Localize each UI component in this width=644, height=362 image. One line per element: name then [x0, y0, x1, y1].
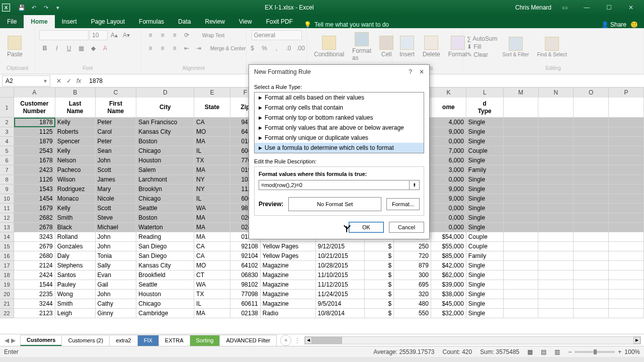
- scroll-thumb[interactable]: [312, 337, 342, 344]
- font-color-icon[interactable]: A: [100, 43, 111, 53]
- data-cell[interactable]: Evan: [96, 270, 137, 280]
- data-cell[interactable]: John: [96, 156, 137, 165]
- sheet-tab-customers[interactable]: Customers: [20, 335, 62, 346]
- data-cell[interactable]: 10/28/2015: [316, 261, 365, 270]
- data-cell[interactable]: Peter: [96, 118, 137, 127]
- data-cell[interactable]: Nicole: [96, 194, 137, 204]
- data-cell[interactable]: 06830: [230, 270, 261, 280]
- row-header[interactable]: 14: [0, 232, 14, 242]
- data-cell[interactable]: Smith: [55, 213, 96, 223]
- data-cell[interactable]: Mary: [96, 185, 137, 194]
- data-cell[interactable]: Santos: [55, 270, 96, 280]
- data-cell[interactable]: [574, 137, 609, 146]
- row-header[interactable]: 16: [0, 251, 14, 261]
- data-cell[interactable]: Wong: [55, 290, 96, 299]
- data-cell[interactable]: Chicago: [136, 146, 194, 156]
- data-cell[interactable]: Yellow Pages: [261, 242, 316, 251]
- data-cell[interactable]: 9,000: [431, 194, 466, 204]
- header-cell[interactable]: [504, 98, 539, 118]
- data-cell[interactable]: Houston: [136, 156, 194, 165]
- data-cell[interactable]: Couple: [466, 232, 504, 242]
- data-cell[interactable]: Seattle: [136, 280, 194, 290]
- data-cell[interactable]: MA: [194, 223, 230, 232]
- data-cell[interactable]: $: [365, 261, 394, 270]
- data-cell[interactable]: Cathy: [96, 299, 137, 309]
- data-cell[interactable]: CA: [194, 251, 230, 261]
- data-cell[interactable]: [609, 280, 644, 290]
- dialog-help-button[interactable]: ?: [409, 68, 412, 75]
- indent-dec-icon[interactable]: ⇤: [181, 43, 192, 53]
- close-button[interactable]: ✕: [622, 2, 640, 13]
- data-cell[interactable]: 11/12/2015: [316, 280, 365, 290]
- data-cell[interactable]: [504, 299, 539, 309]
- data-cell[interactable]: 9/5/2014: [316, 299, 365, 309]
- col-header-m[interactable]: M: [504, 87, 539, 98]
- data-cell[interactable]: Steve: [96, 213, 137, 223]
- number-format-input[interactable]: [252, 30, 302, 40]
- data-cell[interactable]: [504, 232, 539, 242]
- data-cell[interactable]: [574, 156, 609, 165]
- data-cell[interactable]: [574, 261, 609, 270]
- data-cell[interactable]: San Diego: [136, 251, 194, 261]
- data-cell[interactable]: [574, 165, 609, 175]
- data-cell[interactable]: Single: [466, 213, 504, 223]
- data-cell[interactable]: 2680: [14, 251, 55, 261]
- data-cell[interactable]: Waterton: [136, 223, 194, 232]
- row-header[interactable]: 7: [0, 165, 14, 175]
- col-header-n[interactable]: N: [539, 87, 574, 98]
- data-cell[interactable]: [504, 290, 539, 299]
- name-box-dropdown-icon[interactable]: ▾: [44, 77, 47, 84]
- header-cell[interactable]: [574, 98, 609, 118]
- data-cell[interactable]: $39,000: [431, 280, 466, 290]
- data-cell[interactable]: Couple: [466, 242, 504, 251]
- data-cell[interactable]: Magazine: [261, 290, 316, 299]
- data-cell[interactable]: IL: [194, 299, 230, 309]
- data-cell[interactable]: [609, 223, 644, 232]
- data-cell[interactable]: [574, 146, 609, 156]
- orientation-icon[interactable]: ⟳: [181, 30, 192, 40]
- zoom-out-button[interactable]: −: [568, 348, 572, 355]
- data-cell[interactable]: [538, 194, 574, 204]
- align-left-icon[interactable]: ≡: [145, 43, 156, 53]
- row-header[interactable]: 20: [0, 290, 14, 299]
- data-cell[interactable]: Chicago: [136, 299, 194, 309]
- data-cell[interactable]: $38,000: [431, 290, 466, 299]
- data-cell[interactable]: 480: [394, 299, 431, 309]
- data-cell[interactable]: 2124: [14, 261, 55, 270]
- data-cell[interactable]: Nelson: [55, 156, 96, 165]
- row-header[interactable]: 12: [0, 213, 14, 223]
- data-cell[interactable]: San Diego: [136, 242, 194, 251]
- data-cell[interactable]: [538, 280, 574, 290]
- data-cell[interactable]: [574, 270, 609, 280]
- data-cell[interactable]: [609, 185, 644, 194]
- data-cell[interactable]: MA: [194, 213, 230, 223]
- data-cell[interactable]: $: [365, 309, 394, 318]
- sort-filter-button[interactable]: Sort & Filter: [500, 36, 532, 58]
- row-header[interactable]: 1: [0, 98, 14, 118]
- data-cell[interactable]: IL: [194, 194, 230, 204]
- data-cell[interactable]: Single: [466, 299, 504, 309]
- data-cell[interactable]: Roberts: [55, 127, 96, 137]
- col-header-a[interactable]: A: [14, 87, 55, 98]
- header-cell[interactable]: City: [136, 98, 194, 118]
- data-cell[interactable]: TX: [194, 290, 230, 299]
- col-header-o[interactable]: O: [574, 87, 609, 98]
- data-cell[interactable]: Radio: [261, 309, 316, 318]
- col-header-c[interactable]: C: [96, 87, 137, 98]
- zoom-level[interactable]: 100%: [624, 348, 640, 355]
- data-cell[interactable]: 98102: [230, 280, 261, 290]
- header-cell[interactable]: ome: [431, 98, 466, 118]
- data-cell[interactable]: Yellow Pages: [261, 251, 316, 261]
- row-header[interactable]: 11: [0, 204, 14, 213]
- data-cell[interactable]: Monaco: [55, 194, 96, 204]
- tab-file[interactable]: File: [0, 15, 24, 28]
- tab-page-layout[interactable]: Page Layout: [84, 15, 132, 28]
- row-header[interactable]: 15: [0, 242, 14, 251]
- data-cell[interactable]: IL: [194, 146, 230, 156]
- data-cell[interactable]: 10/8/2014: [316, 309, 365, 318]
- scroll-left-button[interactable]: ◀: [305, 337, 312, 344]
- data-cell[interactable]: 9,000: [431, 185, 466, 194]
- data-cell[interactable]: [574, 280, 609, 290]
- data-cell[interactable]: Carol: [96, 127, 137, 137]
- data-cell[interactable]: [609, 165, 644, 175]
